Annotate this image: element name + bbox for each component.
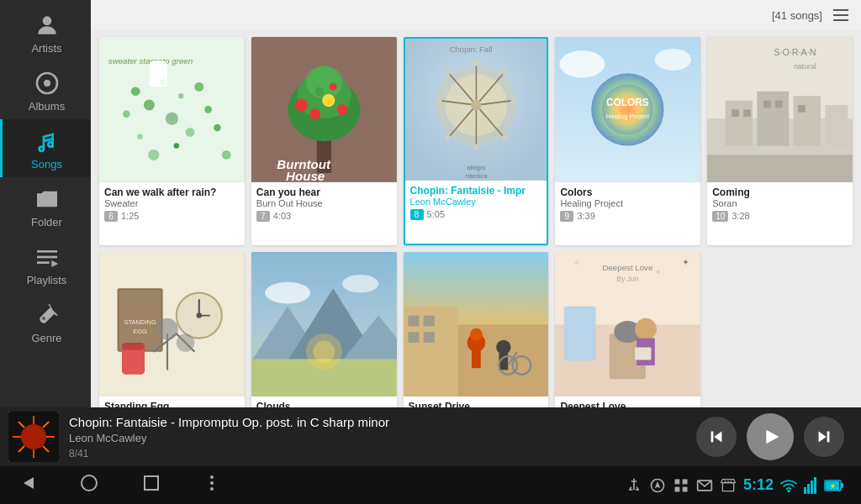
track-duration: 4:03 (273, 211, 291, 221)
svg-point-59 (445, 70, 450, 75)
svg-marker-147 (24, 477, 34, 489)
svg-rect-146 (827, 432, 830, 443)
svg-rect-95 (122, 342, 145, 349)
sidebar-item-albums[interactable]: Albums (0, 61, 91, 119)
album-info: Can we walk after rain? Sweater 6 1:25 (99, 182, 245, 227)
album-artist: Soran (712, 198, 848, 208)
svg-point-53 (502, 70, 507, 75)
svg-point-22 (214, 124, 221, 132)
album-card-chopin[interactable]: Chopin: Fall allegro classica Chopin: Fa… (404, 37, 549, 245)
svg-marker-142 (714, 432, 721, 443)
svg-rect-157 (674, 486, 679, 491)
album-card[interactable]: S·O·R·A·N natural Coming Soran 10 3:28 (707, 37, 853, 245)
battery-icon: ⚡ (824, 480, 844, 491)
menu-icon[interactable] (829, 3, 853, 27)
svg-rect-79 (763, 101, 771, 108)
now-playing-bar: Chopin: Fantaisie - Impromptu Op. post. … (0, 407, 861, 466)
sidebar-item-label: Artists (31, 42, 61, 55)
svg-point-21 (186, 128, 195, 137)
album-info: Colors Healing Project 9 3:39 (555, 182, 700, 227)
sidebar-item-folder[interactable]: Folder (0, 177, 91, 235)
album-artist: Leon McCawley (410, 197, 542, 207)
nav-buttons-left (17, 473, 220, 497)
overflow-menu[interactable] (203, 473, 220, 497)
sidebar-item-genre[interactable]: Genre (0, 293, 91, 351)
next-button[interactable] (804, 417, 844, 457)
svg-rect-125 (635, 347, 651, 360)
home-button[interactable] (79, 473, 99, 497)
navigation-icon (649, 477, 666, 494)
svg-point-114 (496, 339, 510, 354)
playback-controls (696, 413, 844, 460)
svg-point-148 (82, 475, 97, 491)
album-info: Chopin: Fantaisie - Impr Leon McCawley 8… (405, 181, 547, 225)
svg-point-16 (123, 110, 130, 118)
track-number: 9 (560, 211, 573, 222)
svg-point-12 (131, 87, 140, 96)
playlist-icon (34, 244, 61, 270)
play-button[interactable] (747, 413, 794, 460)
sidebar-item-playlists[interactable]: Playlists (0, 235, 91, 293)
svg-point-56 (473, 144, 478, 150)
svg-text:✧: ✧ (573, 259, 580, 267)
wifi-icon (780, 477, 797, 494)
now-playing-position: 8/41 (69, 448, 696, 459)
track-duration: 5:05 (427, 209, 445, 219)
svg-point-25 (222, 150, 231, 160)
recent-icon (141, 473, 161, 493)
album-art: Chopin: Fall allegro classica (405, 39, 547, 181)
track-number: 7 (256, 211, 270, 222)
svg-point-15 (178, 93, 183, 98)
svg-text:allegro: allegro (467, 164, 485, 171)
svg-text:S·O·R·A·N: S·O·R·A·N (774, 47, 816, 57)
album-art-1-svg: sweater staccato green (99, 37, 245, 182)
svg-rect-110 (423, 332, 434, 343)
album-card[interactable]: sweater staccato green (99, 37, 245, 245)
album-art-9-svg: Deepest Love By Jun ✦ ✧ ✦ (555, 252, 700, 397)
svg-rect-112 (472, 349, 481, 368)
svg-rect-126 (564, 306, 596, 360)
back-button[interactable] (17, 473, 37, 497)
track-duration: 3:39 (577, 211, 594, 221)
album-art: Deepest Love By Jun ✦ ✧ ✦ (555, 252, 700, 397)
sidebar-item-songs[interactable]: Songs (0, 119, 91, 177)
signal-icon (804, 477, 817, 494)
svg-text:✦: ✦ (683, 257, 690, 267)
recent-button[interactable] (141, 473, 161, 497)
svg-point-20 (137, 134, 142, 139)
prev-button[interactable] (696, 417, 737, 457)
album-title: Coming (712, 186, 848, 198)
album-artist: Healing Project (560, 198, 695, 208)
sidebar-item-label: Playlists (27, 274, 67, 286)
svg-point-113 (469, 328, 482, 340)
svg-rect-163 (807, 484, 810, 494)
svg-point-60 (471, 100, 482, 111)
svg-point-57 (445, 135, 450, 140)
album-card[interactable]: COLORS Healing Project Colors Healing Pr… (555, 37, 700, 245)
svg-rect-108 (423, 315, 434, 326)
svg-point-96 (156, 318, 178, 339)
track-number: 6 (104, 211, 118, 222)
svg-point-0 (42, 16, 51, 25)
album-title: Can we walk after rain? (104, 186, 240, 198)
svg-rect-109 (408, 332, 419, 343)
svg-point-65 (560, 50, 605, 77)
now-playing-info: Chopin: Fantaisie - Impromptu Op. post. … (69, 415, 696, 459)
next-icon (815, 428, 833, 446)
svg-point-8 (42, 317, 45, 320)
svg-point-35 (322, 94, 335, 107)
album-grid: sweater staccato green (91, 30, 861, 466)
svg-point-103 (313, 340, 335, 362)
album-title: Can you hear (256, 186, 392, 198)
svg-point-14 (144, 100, 155, 111)
album-meta: 9 3:39 (560, 211, 695, 222)
album-artist: Burn Out House (256, 198, 392, 208)
album-card[interactable]: Burntout House Can you hear Burn Out Hou… (251, 37, 397, 245)
svg-text:✦: ✦ (655, 267, 662, 276)
album-art: STANDING EGG (99, 252, 245, 397)
svg-rect-165 (814, 477, 816, 494)
svg-point-152 (210, 487, 214, 491)
sidebar-item-artists[interactable]: Artists (0, 3, 91, 61)
svg-point-17 (194, 82, 203, 92)
store-icon (720, 477, 737, 494)
